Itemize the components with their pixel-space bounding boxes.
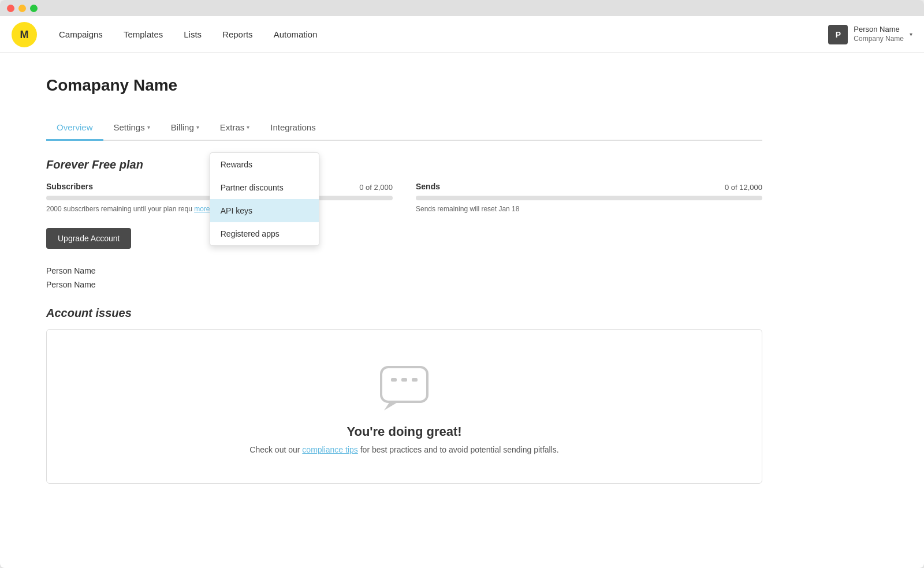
nav-campaigns[interactable]: Campaigns (49, 16, 113, 53)
upgrade-account-button[interactable]: Upgrade Account (46, 228, 131, 249)
dropdown-api-keys[interactable]: API keys (210, 199, 319, 222)
sends-metric: Sends 0 of 12,000 Sends remaining will r… (416, 182, 762, 213)
extras-dropdown: Rewards Partner discounts API keys Regis… (210, 152, 319, 246)
person-names-list: Person Name Person Name (46, 266, 762, 289)
account-issues-box: You're doing great! Check out our compli… (46, 329, 762, 484)
tab-settings[interactable]: Settings ▾ (103, 115, 161, 141)
sends-label: Sends (416, 182, 440, 191)
dropdown-partner-discounts[interactable]: Partner discounts (210, 176, 319, 199)
person-name-2: Person Name (46, 280, 762, 289)
user-name: Person Name (854, 25, 904, 35)
extras-wrapper: Extras ▾ Rewards Partner discounts API k… (210, 115, 260, 140)
tab-integrations[interactable]: Integrations (260, 115, 326, 141)
tab-overview[interactable]: Overview (46, 115, 103, 141)
top-navigation: M Campaigns Templates Lists Reports Auto… (0, 16, 924, 53)
nav-reports[interactable]: Reports (212, 16, 263, 53)
sends-progress-bar (416, 196, 762, 200)
user-info: Person Name Company Name (854, 25, 904, 43)
user-menu[interactable]: P Person Name Company Name ▾ (828, 25, 912, 44)
nav-links: Campaigns Templates Lists Reports Automa… (49, 16, 828, 53)
person-name-1: Person Name (46, 266, 762, 275)
user-menu-chevron: ▾ (910, 31, 912, 38)
issues-heading: You're doing great! (346, 424, 461, 439)
sends-value: 0 of 12,000 (725, 183, 762, 192)
sub-tabs: Overview Settings ▾ Billing ▾ Extras ▾ R… (46, 115, 762, 141)
settings-chevron: ▾ (147, 124, 150, 130)
subscribers-value: 0 of 2,000 (359, 183, 393, 192)
nav-automation[interactable]: Automation (263, 16, 328, 53)
sends-note: Sends remaining will reset Jan 18 (416, 205, 762, 213)
svg-rect-5 (401, 378, 407, 382)
account-issues-title: Account issues (46, 307, 762, 320)
nav-templates[interactable]: Templates (113, 16, 173, 53)
subscribers-label: Subscribers (46, 182, 93, 191)
metrics-row: Subscribers 0 of 2,000 2000 subscribers … (46, 182, 762, 213)
close-button[interactable] (7, 5, 14, 12)
tab-billing[interactable]: Billing ▾ (161, 115, 210, 141)
compliance-tips-link[interactable]: compliance tips (302, 445, 358, 454)
issues-description: Check out our compliance tips for best p… (249, 445, 558, 454)
maximize-button[interactable] (30, 5, 38, 12)
titlebar (0, 0, 924, 16)
billing-chevron: ▾ (196, 124, 199, 130)
minimize-button[interactable] (18, 5, 26, 12)
chat-bubble-icon (378, 364, 430, 410)
svg-rect-4 (391, 378, 397, 382)
mailchimp-logo[interactable]: M (12, 22, 37, 47)
main-content: Comapany Name Overview Settings ▾ Billin… (0, 53, 808, 507)
svg-rect-2 (381, 367, 427, 402)
plan-name: Forever Free plan (46, 158, 762, 171)
page-title: Comapany Name (46, 76, 762, 95)
dropdown-rewards[interactable]: Rewards (210, 153, 319, 176)
nav-lists[interactable]: Lists (173, 16, 212, 53)
svg-text:M: M (20, 29, 29, 40)
dropdown-registered-apps[interactable]: Registered apps (210, 222, 319, 245)
extras-chevron: ▾ (247, 124, 249, 130)
avatar: P (828, 25, 848, 44)
svg-rect-6 (412, 378, 418, 382)
subscribers-note-link[interactable]: more (194, 205, 210, 213)
tab-extras[interactable]: Extras ▾ (210, 115, 260, 141)
company-name: Company Name (854, 35, 904, 44)
svg-marker-3 (384, 402, 398, 410)
